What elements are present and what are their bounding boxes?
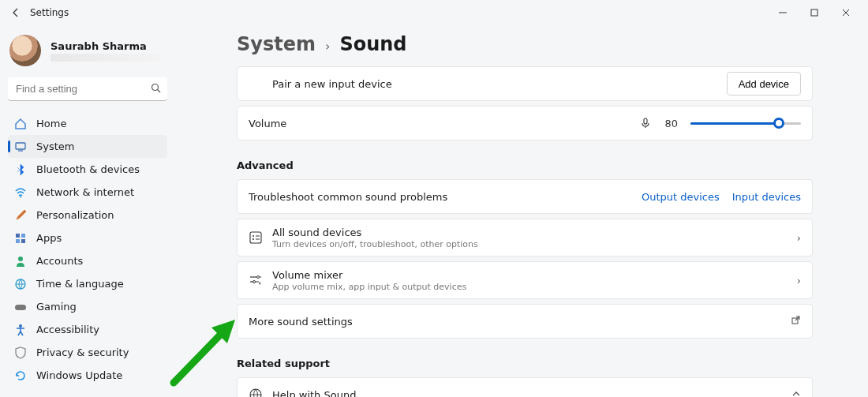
svg-point-6 [20, 196, 21, 197]
chevron-right-icon: › [325, 39, 330, 54]
svg-rect-10 [21, 239, 25, 243]
sidebar-item-label: Bluetooth & devices [36, 163, 140, 175]
globe-icon [14, 278, 27, 290]
help-globe-icon [249, 388, 272, 397]
avatar [9, 35, 41, 66]
help-with-sound-title: Help with Sound [272, 389, 791, 398]
maximize-button[interactable] [799, 2, 830, 24]
mixer-icon [249, 273, 272, 287]
pair-device-card: Pair a new input device Add device [237, 66, 813, 101]
sidebar-item-network[interactable]: Network & internet [8, 181, 167, 204]
chevron-right-icon: › [797, 275, 801, 287]
update-icon [14, 369, 27, 382]
profile-name: Saurabh Sharma [51, 40, 161, 52]
sidebar-item-accounts[interactable]: Accounts [8, 249, 167, 272]
troubleshoot-card: Troubleshoot common sound problems Outpu… [237, 179, 813, 214]
sidebar-item-label: Privacy & security [36, 346, 129, 358]
sidebar-item-privacy[interactable]: Privacy & security [8, 341, 167, 364]
brush-icon [14, 209, 27, 222]
chevron-up-icon [791, 389, 801, 398]
bluetooth-icon [14, 163, 27, 176]
sidebar-item-label: Network & internet [36, 186, 134, 198]
mic-icon[interactable] [639, 117, 652, 129]
svg-point-2 [152, 84, 159, 91]
volume-mixer-title: Volume mixer [272, 269, 797, 281]
device-list-icon [249, 230, 272, 245]
sidebar-item-system[interactable]: System [8, 135, 167, 158]
sidebar-item-label: Home [36, 118, 66, 129]
volume-mixer-card[interactable]: Volume mixer App volume mix, app input &… [237, 261, 813, 299]
search-icon [151, 83, 161, 96]
help-with-sound-card[interactable]: Help with Sound [237, 377, 813, 397]
sidebar-item-gaming[interactable]: Gaming [8, 295, 167, 318]
advanced-header: Advanced [237, 159, 813, 171]
svg-rect-15 [644, 118, 647, 124]
svg-point-11 [18, 257, 23, 261]
app-title: Settings [30, 7, 69, 18]
profile-email-redacted [51, 54, 161, 62]
sidebar-item-label: System [36, 140, 74, 152]
minimize-button[interactable] [767, 2, 799, 24]
sidebar-item-label: Gaming [36, 301, 77, 313]
output-devices-link[interactable]: Output devices [642, 191, 720, 203]
svg-rect-8 [21, 234, 25, 238]
volume-slider[interactable] [690, 117, 801, 129]
sidebar-item-bluetooth[interactable]: Bluetooth & devices [8, 158, 167, 181]
sidebar-item-label: Apps [36, 232, 62, 244]
sidebar-item-label: Accessibility [36, 324, 99, 335]
breadcrumb: System › Sound [237, 33, 813, 55]
pair-device-title: Pair a new input device [272, 78, 727, 90]
related-support-header: Related support [237, 358, 813, 369]
external-link-icon [791, 315, 801, 328]
svg-rect-7 [16, 234, 20, 238]
svg-point-17 [253, 235, 254, 237]
volume-mixer-sub: App volume mix, app input & output devic… [272, 282, 797, 292]
accessibility-icon [14, 324, 27, 336]
gaming-icon [14, 301, 27, 313]
sidebar-item-label: Time & language [36, 278, 124, 290]
sidebar-item-home[interactable]: Home [8, 112, 167, 135]
all-sound-devices-card[interactable]: All sound devices Turn devices on/off, t… [237, 219, 813, 257]
sidebar-item-personalization[interactable]: Personalization [8, 204, 167, 227]
apps-icon [14, 232, 27, 245]
svg-rect-9 [16, 239, 20, 243]
troubleshoot-title: Troubleshoot common sound problems [249, 191, 642, 203]
add-device-button[interactable]: Add device [727, 72, 801, 96]
svg-point-18 [253, 238, 254, 240]
breadcrumb-parent[interactable]: System [237, 33, 316, 55]
volume-card: Volume 80 [237, 106, 813, 140]
back-button[interactable] [6, 3, 25, 22]
svg-rect-13 [15, 305, 26, 310]
system-icon [14, 140, 27, 153]
more-sound-settings-card[interactable]: More sound settings [237, 304, 813, 339]
input-devices-link[interactable]: Input devices [732, 191, 801, 203]
volume-title: Volume [249, 118, 639, 129]
sidebar-item-apps[interactable]: Apps [8, 227, 167, 249]
shield-icon [14, 346, 27, 359]
more-sound-settings-title: More sound settings [249, 316, 791, 328]
svg-point-14 [19, 324, 22, 328]
profile[interactable]: Saurabh Sharma [8, 35, 167, 66]
svg-rect-4 [16, 143, 25, 149]
wifi-icon [14, 186, 27, 199]
svg-rect-1 [811, 9, 817, 16]
all-sound-devices-title: All sound devices [272, 227, 797, 238]
svg-rect-16 [250, 232, 261, 243]
svg-point-22 [257, 276, 260, 279]
sidebar-item-accessibility[interactable]: Accessibility [8, 318, 167, 341]
volume-value: 80 [664, 118, 678, 129]
sidebar-item-time[interactable]: Time & language [8, 272, 167, 295]
sidebar-item-update[interactable]: Windows Update [8, 364, 167, 387]
sidebar-item-label: Windows Update [36, 369, 122, 381]
close-button[interactable] [830, 2, 862, 24]
person-icon [14, 255, 27, 268]
search-input[interactable] [8, 77, 167, 101]
svg-point-28 [250, 389, 261, 397]
search-box[interactable] [8, 77, 167, 101]
sidebar-item-label: Personalization [36, 209, 114, 221]
sidebar-item-label: Accounts [36, 255, 83, 267]
page-title: Sound [339, 33, 406, 55]
home-icon [14, 118, 27, 130]
svg-line-3 [158, 90, 161, 93]
svg-point-25 [253, 281, 256, 283]
